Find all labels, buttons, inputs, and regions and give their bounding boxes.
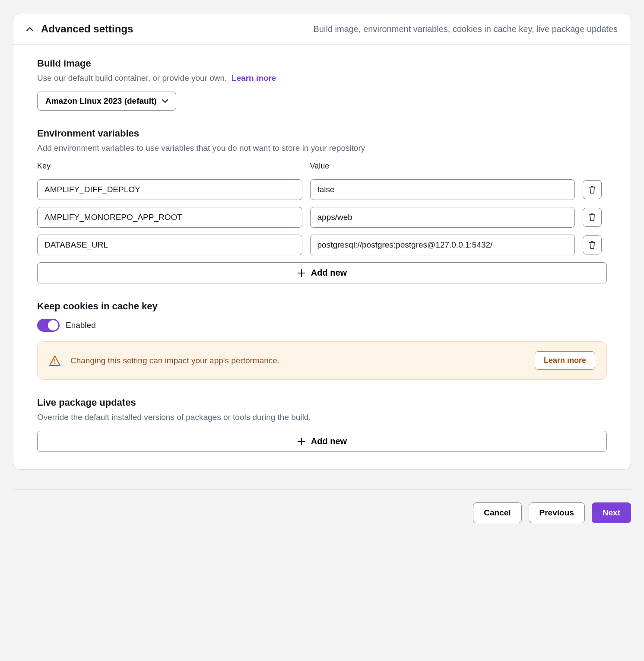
add-env-var-button[interactable]: Add new xyxy=(37,262,607,283)
live-pkg-desc: Override the default installed versions … xyxy=(37,413,607,422)
previous-button[interactable]: Previous xyxy=(529,502,585,523)
env-value-input[interactable] xyxy=(310,207,575,228)
env-key-input[interactable] xyxy=(37,235,302,255)
live-pkg-title: Live package updates xyxy=(37,397,607,408)
footer-actions: Cancel Previous Next xyxy=(13,502,631,523)
chevron-down-icon xyxy=(162,99,168,103)
alert-text: Changing this setting can impact your ap… xyxy=(70,356,525,365)
build-image-desc: Use our default build container, or prov… xyxy=(37,73,607,83)
next-button[interactable]: Next xyxy=(592,502,631,523)
cookies-warning-alert: Changing this setting can impact your ap… xyxy=(37,341,607,380)
env-key-input[interactable] xyxy=(37,207,302,228)
panel-body: Build image Use our default build contai… xyxy=(13,45,631,469)
panel-header[interactable]: Advanced settings Build image, environme… xyxy=(13,13,631,45)
build-image-title: Build image xyxy=(37,58,607,69)
env-vars-title: Environment variables xyxy=(37,128,607,139)
live-pkg-section: Live package updates Override the defaul… xyxy=(37,397,607,452)
chevron-up-icon xyxy=(26,27,33,31)
advanced-settings-panel: Advanced settings Build image, environme… xyxy=(13,13,631,470)
cookies-toggle-label: Enabled xyxy=(66,321,96,330)
delete-env-row-button[interactable] xyxy=(583,180,602,199)
footer-divider xyxy=(13,489,631,489)
build-image-learn-more-link[interactable]: Learn more xyxy=(232,73,276,83)
trash-icon xyxy=(588,213,596,222)
env-key-header: Key xyxy=(37,162,302,171)
add-live-pkg-button[interactable]: Add new xyxy=(37,431,607,452)
env-vars-desc: Add environment variables to use variabl… xyxy=(37,143,607,153)
trash-icon xyxy=(588,240,596,250)
plus-icon xyxy=(297,437,306,446)
cancel-button[interactable]: Cancel xyxy=(473,502,521,523)
env-value-header: Value xyxy=(310,162,575,171)
svg-point-1 xyxy=(54,363,56,364)
toggle-knob xyxy=(48,320,58,330)
env-key-input[interactable] xyxy=(37,179,302,200)
panel-subtitle: Build image, environment variables, cook… xyxy=(314,24,618,34)
trash-icon xyxy=(588,185,596,194)
alert-learn-more-button[interactable]: Learn more xyxy=(535,351,595,370)
build-image-desc-text: Use our default build container, or prov… xyxy=(37,73,227,83)
delete-env-row-button[interactable] xyxy=(583,208,602,227)
cookies-section: Keep cookies in cache key Enabled Changi… xyxy=(37,301,607,380)
env-value-input[interactable] xyxy=(310,235,575,255)
env-value-input[interactable] xyxy=(310,179,575,200)
cookies-toggle-row: Enabled xyxy=(37,319,607,332)
cookies-title: Keep cookies in cache key xyxy=(37,301,607,312)
warning-icon xyxy=(49,355,61,366)
build-image-select[interactable]: Amazon Linux 2023 (default) xyxy=(37,92,176,111)
panel-title: Advanced settings xyxy=(41,23,133,35)
build-image-section: Build image Use our default build contai… xyxy=(37,58,607,111)
env-vars-section: Environment variables Add environment va… xyxy=(37,128,607,283)
add-env-var-label: Add new xyxy=(311,268,347,278)
cookies-toggle[interactable] xyxy=(37,319,60,332)
add-live-pkg-label: Add new xyxy=(311,436,347,446)
build-image-select-label: Amazon Linux 2023 (default) xyxy=(45,96,157,106)
plus-icon xyxy=(297,269,306,277)
delete-env-row-button[interactable] xyxy=(583,235,602,254)
env-vars-grid: Key Value xyxy=(37,162,607,255)
